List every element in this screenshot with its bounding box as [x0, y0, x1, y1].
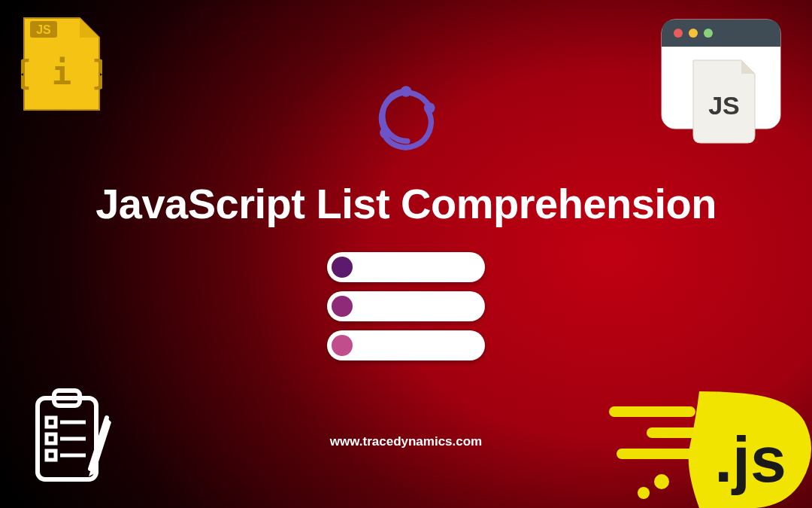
- svg-point-2: [674, 29, 683, 38]
- list-bar-dot: [332, 296, 353, 317]
- svg-point-3: [689, 29, 698, 38]
- svg-rect-17: [609, 406, 695, 417]
- svg-point-20: [654, 474, 669, 489]
- svg-rect-10: [47, 418, 56, 427]
- js-dot-logo: .js: [609, 391, 812, 508]
- svg-point-7: [380, 127, 391, 138]
- list-bar: [327, 330, 485, 360]
- list-bars-icon: [327, 252, 485, 370]
- js-file-code-text: { i }: [21, 53, 102, 92]
- list-bar: [327, 252, 485, 282]
- svg-rect-14: [47, 451, 56, 460]
- list-bar: [327, 291, 485, 321]
- svg-point-21: [638, 487, 650, 499]
- list-bar-dot: [332, 257, 353, 278]
- js-file-icon: JS { i }: [21, 15, 102, 113]
- js-file-badge-text: JS: [36, 23, 51, 36]
- browser-window-icon: JS: [657, 15, 785, 147]
- svg-point-5: [401, 86, 412, 97]
- browser-paper-js-text: JS: [708, 91, 740, 120]
- redux-loop-icon: [365, 79, 447, 162]
- svg-point-4: [704, 29, 713, 38]
- js-logo-text: .js: [714, 423, 786, 495]
- svg-point-6: [424, 102, 435, 114]
- list-bar-dot: [332, 335, 353, 356]
- page-title: JavaScript List Comprehension: [0, 179, 812, 228]
